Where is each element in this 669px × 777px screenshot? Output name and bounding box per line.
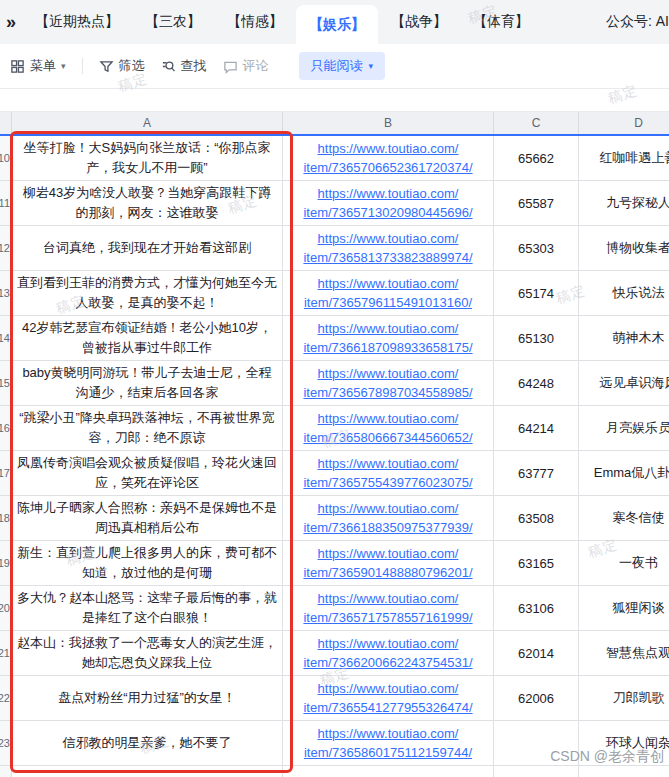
count-cell[interactable]: 65662 — [494, 136, 579, 181]
article-link-line2[interactable]: item/7365755439776023075/ — [303, 473, 472, 492]
article-link-line1[interactable]: https://www.toutiao.com/ — [318, 184, 459, 203]
article-link-line1[interactable]: https://www.toutiao.com/ — [318, 454, 459, 473]
column-header-c[interactable]: C — [494, 112, 579, 134]
account-cell[interactable]: 月亮娱乐员 — [579, 406, 669, 451]
count-cell[interactable]: 65303 — [494, 226, 579, 271]
find-button[interactable]: 查找 — [161, 57, 207, 75]
article-link-line2[interactable]: item/7365813733823889974/ — [303, 248, 472, 267]
article-link-line2[interactable]: item/7365541277955326474/ — [303, 698, 472, 717]
row-number[interactable]: 20 — [0, 586, 12, 631]
account-cell[interactable]: 远见卓识海风 — [579, 361, 669, 406]
article-link-line2[interactable]: item/7365796115491013160/ — [304, 293, 472, 312]
account-cell[interactable]: 狐狸闲谈 — [579, 586, 669, 631]
account-cell[interactable] — [579, 766, 669, 777]
article-link-line2[interactable]: item/7365860175112159744/ — [304, 743, 472, 762]
article-link-line2[interactable]: item/7366188350975377939/ — [303, 518, 472, 537]
tab-tiyu[interactable]: 【体育】 — [460, 0, 542, 44]
article-link-line1[interactable]: https://www.toutiao.com/ — [318, 499, 459, 518]
readonly-button[interactable]: 只能阅读 ▾ — [299, 52, 386, 80]
double-chevron-icon[interactable]: » — [0, 0, 22, 44]
account-cell[interactable]: Emma侃八卦娱 — [579, 451, 669, 496]
article-link-line1[interactable]: https://www.toutiao.com/ — [318, 634, 459, 653]
tab-sannong[interactable]: 【三农】 — [132, 0, 214, 44]
account-cell[interactable]: 博物收集者 — [579, 226, 669, 271]
count-cell[interactable]: 65130 — [494, 316, 579, 361]
account-cell[interactable]: 快乐说法 — [579, 271, 669, 316]
title-cell[interactable]: 信邪教的明星亲爹，她不要了 — [12, 721, 283, 766]
article-link-line1[interactable]: https://www.toutiao.com/ — [318, 319, 459, 338]
row-number[interactable]: 24 — [0, 766, 12, 777]
article-link-line1[interactable]: https://www.toutiao.com/ — [318, 679, 459, 698]
title-cell[interactable]: 盘点对粉丝“用力过猛”的女星！ — [12, 676, 283, 721]
title-cell[interactable]: 赵本山：我拯救了一个恶毒女人的演艺生涯，她却忘恩负义踩我上位 — [12, 631, 283, 676]
url-cell[interactable]: https://www.toutiao.com/ item/7365755439… — [283, 451, 494, 496]
count-cell[interactable]: 63508 — [494, 496, 579, 541]
title-cell[interactable]: 陈坤儿子晒家人合照称：亲妈不是保姆也不是周迅真相稍后公布 — [12, 496, 283, 541]
article-link-line2[interactable]: item/7365806667344560652/ — [303, 428, 472, 447]
url-cell[interactable]: https://www.toutiao.com/ item/7365860175… — [283, 721, 494, 766]
count-cell[interactable]: 65174 — [494, 271, 579, 316]
url-cell[interactable]: https://www.toutiao.com/ item/7365678987… — [283, 361, 494, 406]
article-link-line2[interactable]: item/7365706652361720374/ — [303, 158, 472, 177]
row-number[interactable]: 12 — [0, 226, 12, 271]
url-cell[interactable]: https://www.toutiao.com/ — [283, 766, 494, 777]
row-number[interactable]: 18 — [0, 496, 12, 541]
url-cell[interactable]: https://www.toutiao.com/ item/7365713020… — [283, 181, 494, 226]
article-link-line2[interactable]: item/7366187098933658175/ — [303, 338, 472, 357]
url-cell[interactable]: https://www.toutiao.com/ item/7365717578… — [283, 586, 494, 631]
count-cell[interactable]: 65587 — [494, 181, 579, 226]
column-header-b[interactable]: B — [283, 112, 494, 134]
url-cell[interactable]: https://www.toutiao.com/ item/7366187098… — [283, 316, 494, 361]
tab-qinggan[interactable]: 【情感】 — [214, 0, 296, 44]
count-cell[interactable]: 62014 — [494, 631, 579, 676]
account-cell[interactable]: 萌神木木 — [579, 316, 669, 361]
count-cell[interactable]: 62006 — [494, 676, 579, 721]
url-cell[interactable]: https://www.toutiao.com/ item/7365806667… — [283, 406, 494, 451]
comment-button[interactable]: 评论 — [223, 57, 269, 75]
row-number[interactable]: 10 — [0, 136, 12, 181]
article-link-line1[interactable]: https://www.toutiao.com/ — [318, 409, 459, 428]
article-link-line1[interactable]: https://www.toutiao.com/ — [318, 229, 459, 248]
row-number[interactable]: 22 — [0, 676, 12, 721]
count-cell[interactable] — [494, 766, 579, 777]
title-cell[interactable]: 多大仇？赵本山怒骂：这辈子最后悔的事，就是捧红了这个白眼狼！ — [12, 586, 283, 631]
tab-yule-active[interactable]: 【娱乐】 — [296, 5, 378, 44]
count-cell[interactable]: 63165 — [494, 541, 579, 586]
article-link-line2[interactable]: item/7365901488880796201/ — [303, 563, 472, 582]
count-cell[interactable]: 63777 — [494, 451, 579, 496]
title-cell[interactable] — [12, 766, 283, 777]
url-cell[interactable]: https://www.toutiao.com/ item/7365541277… — [283, 676, 494, 721]
row-number[interactable]: 23 — [0, 721, 12, 766]
count-cell[interactable]: 64214 — [494, 406, 579, 451]
account-cell[interactable]: 红咖啡遇上善 — [579, 136, 669, 181]
count-cell[interactable]: 64248 — [494, 361, 579, 406]
title-cell[interactable]: 坐等打脸！大S妈妈向张兰放话：“你那点家产，我女儿不用一顾” — [12, 136, 283, 181]
article-link-line1[interactable]: https://www.toutiao.com/ — [318, 139, 459, 158]
account-cell[interactable]: 环球人闻杂 — [579, 721, 669, 766]
tab-zhanzheng[interactable]: 【战争】 — [378, 0, 460, 44]
row-number[interactable]: 21 — [0, 631, 12, 676]
article-link-line2[interactable]: item/7365678987034558985/ — [303, 383, 472, 402]
row-number[interactable]: 13 — [0, 271, 12, 316]
account-cell[interactable]: 寒冬信使 — [579, 496, 669, 541]
tab-official-account[interactable]: 公众号: AI — [593, 0, 669, 44]
tab-recent-hot[interactable]: 【近期热点】 — [22, 0, 132, 44]
title-cell[interactable]: 42岁韩艺瑟宣布领证结婚！老公小她10岁，曾被指从事过牛郎工作 — [12, 316, 283, 361]
title-cell[interactable]: baby黄晓明同游玩！带儿子去迪士尼，全程沟通少，结束后各回各家 — [12, 361, 283, 406]
article-link-line1[interactable]: https://www.toutiao.com/ — [318, 544, 459, 563]
article-link-line2[interactable]: item/7365713020980445696/ — [303, 203, 472, 222]
row-number[interactable]: 14 — [0, 316, 12, 361]
account-cell[interactable]: 刀郎凯歌 — [579, 676, 669, 721]
url-cell[interactable]: https://www.toutiao.com/ item/7365813733… — [283, 226, 494, 271]
account-cell[interactable]: 智慧焦点观 — [579, 631, 669, 676]
column-header-d[interactable]: D — [579, 112, 669, 134]
url-cell[interactable]: https://www.toutiao.com/ item/7365796115… — [283, 271, 494, 316]
article-link-line1[interactable]: https://www.toutiao.com/ — [318, 364, 459, 383]
url-cell[interactable]: https://www.toutiao.com/ item/7366200662… — [283, 631, 494, 676]
title-cell[interactable]: 凤凰传奇演唱会观众被质疑假唱，玲花火速回应，笑死在评论区 — [12, 451, 283, 496]
select-all-corner[interactable] — [0, 112, 12, 134]
title-cell[interactable]: 台词真绝，我到现在才开始看这部剧 — [12, 226, 283, 271]
article-link-line1[interactable]: https://www.toutiao.com/ — [318, 724, 459, 743]
url-cell[interactable]: https://www.toutiao.com/ item/7365901488… — [283, 541, 494, 586]
count-cell[interactable] — [494, 721, 579, 766]
